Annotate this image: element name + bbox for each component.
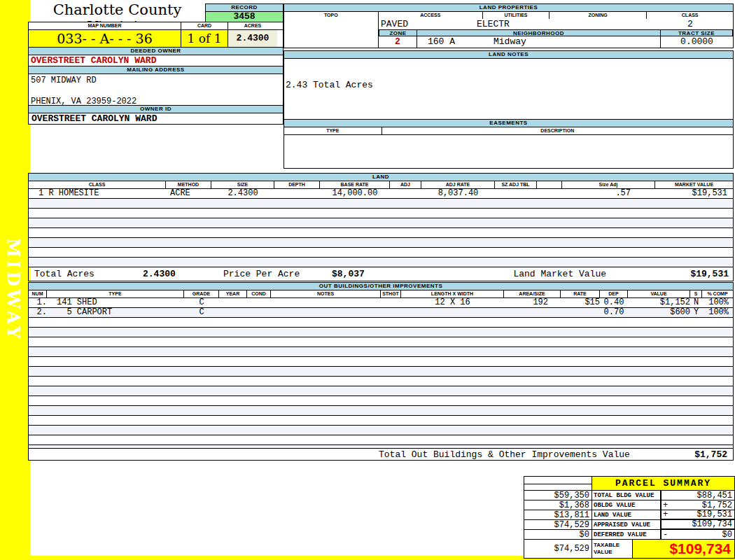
ps-right-value: $88,451: [673, 491, 734, 500]
ob-empty-rows: [29, 318, 733, 455]
ob-notes-cell: [271, 298, 381, 307]
map-number-value: 033- - A- - - 36: [29, 30, 181, 47]
ob-dep-cell: 0.70: [600, 308, 628, 317]
land-market-value-total: $19,531: [606, 267, 733, 281]
acres-label: ACRES: [228, 22, 277, 29]
ob-grade-cell: C: [184, 308, 219, 317]
land-base-rate-cell: 14,000.00: [320, 189, 390, 198]
land-properties-values: PAVED ELECTR 2 ZONE NEIGHBORHOOD TRACT S…: [284, 19, 734, 48]
land-adj-cell: [390, 189, 421, 198]
mailing-address-label: MAILING ADDRESS: [29, 66, 283, 74]
land-adj-rate-cell: 8,037.40: [421, 189, 495, 198]
ob-h-rate: RATE: [561, 290, 600, 298]
zone-values: 2 160 A Midway 0.0000: [379, 36, 733, 48]
ob-h-notes: NOTES: [271, 290, 381, 298]
land-blank-cell: [537, 189, 562, 198]
deeded-owner-value: OVERSTREET CAROLYN WARD: [29, 55, 283, 66]
out-building-row: 2. 5 CARPORT C 0.70 $600 Y 100%: [29, 308, 733, 318]
ps-row: $0 DEFERRED VALUE - $0: [524, 530, 734, 540]
taxable-value: $109,734: [633, 540, 734, 558]
ob-pct-comp-cell: 100%: [702, 298, 732, 307]
ps-row: $13,811 LAND VALUE + $19,531: [524, 510, 734, 520]
land-h-adj-rate: ADJ RATE: [421, 181, 495, 188]
easements-title: EASEMENTS: [284, 119, 734, 127]
land-h-market-value: MARKET VALUE: [655, 181, 733, 188]
land-method-cell: ACRE: [166, 189, 211, 198]
address-line2: PHENIX, VA 23959-2022: [31, 85, 283, 106]
ps-right-value: $1,752: [673, 500, 734, 510]
ps-left-value: $0: [524, 530, 592, 540]
neighborhood-code: 160 A: [417, 36, 455, 48]
map-card-acres-headers: MAP NUMBER CARD ACRES: [29, 22, 283, 30]
ps-row: $1,368 OBLDG VALUE + $1,752: [524, 500, 734, 510]
ob-total-value: $1,752: [630, 449, 733, 460]
record-label: RECORD: [206, 4, 283, 11]
ob-value-cell: $600: [628, 308, 690, 317]
ps-right-value: $0: [673, 530, 734, 540]
card-value: 1 of 1: [181, 30, 228, 47]
ob-cond-cell: [247, 308, 271, 317]
land-row: 1 R HOMESITE ACRE 2.4300 14,000.00 8,037…: [29, 189, 733, 199]
ob-h-area-size: AREA/SIZE: [504, 290, 561, 298]
easement-type-label: TYPE: [284, 127, 382, 134]
out-building-row: 1. 141 SHED C 12 X 16 192 $15 0.40 $1,15…: [29, 298, 733, 308]
ob-value-cell: $1,152: [628, 298, 690, 307]
price-per-acre-label: Price Per Acre: [223, 267, 332, 281]
ob-notes-cell: [271, 308, 381, 317]
ps-label: DEFERRED VALUE: [592, 530, 661, 540]
neighborhood-value: 160 A Midway: [417, 36, 661, 48]
land-h-adj: ADJ: [390, 181, 421, 188]
zone-label: ZONE: [379, 29, 417, 36]
card-label: CARD: [181, 22, 228, 29]
ps-row: $59,350 TOTAL BLDG VALUE $88,451: [524, 491, 734, 500]
ob-h-type: TYPE: [47, 290, 184, 298]
ps-sign: +: [662, 510, 673, 519]
map-card-acres-values: 033- - A- - - 36 1 of 1 2.4300: [29, 30, 283, 48]
easements-area: [284, 134, 734, 169]
zoning-label: ZONING: [550, 12, 648, 19]
mailing-address: 507 MIDWAY RD PHENIX, VA 23959-2022: [29, 74, 283, 106]
price-per-acre-value: $8,037: [332, 267, 409, 281]
land-notes-text: 2.43 Total Acres: [286, 80, 373, 90]
ob-num-cell: 2.: [29, 308, 47, 317]
land-size-cell: 2.4300: [211, 189, 274, 198]
record-box: RECORD 3458: [205, 4, 284, 22]
ps-label: TOTAL BLDG VALUE: [592, 491, 661, 500]
ob-h-dep: DEP: [600, 290, 628, 298]
class-label: CLASS: [647, 12, 733, 19]
ob-s-cell: N: [690, 298, 702, 307]
record-value: 3458: [206, 11, 283, 22]
class-value: 2: [659, 19, 722, 29]
tract-size-label: TRACT SIZE: [661, 29, 733, 36]
owner-block: MAP NUMBER CARD ACRES 033- - A- - - 36 1…: [28, 22, 284, 125]
neighborhood-label: NEIGHBORHOOD: [417, 29, 661, 36]
topo-value: [284, 19, 379, 48]
ps-sign: +: [662, 500, 673, 510]
land-depth-cell: [274, 189, 320, 198]
ob-total-label: Total Out Buildings & Other Improvements…: [379, 449, 630, 460]
ob-dep-cell: 0.40: [600, 298, 628, 307]
ob-cond-cell: [247, 298, 271, 307]
ob-type-cell: 5 CARPORT: [47, 308, 184, 317]
acres-value: 2.4300: [228, 30, 277, 47]
access-label: ACCESS: [379, 12, 484, 19]
ob-year-cell: [219, 308, 247, 317]
land-h-depth: DEPTH: [274, 181, 320, 188]
land-h-method: METHOD: [166, 181, 211, 188]
ob-year-cell: [219, 298, 247, 307]
land-market-value-cell: $19,531: [655, 189, 732, 198]
land-h-blank: [537, 181, 562, 188]
ob-h-grade: GRADE: [184, 290, 219, 298]
out-buildings-rows: 1. 141 SHED C 12 X 16 192 $15 0.40 $1,15…: [28, 298, 734, 456]
easements-headers: TYPE DESCRIPTION: [284, 127, 734, 134]
neighborhood-name: Midway: [455, 36, 526, 48]
ob-rate-cell: $15: [561, 298, 600, 307]
land-market-value-label: Land Market Value: [513, 267, 606, 281]
land-properties-title: LAND PROPERTIES: [284, 4, 734, 12]
out-buildings-title: OUT BUILDINGS/OTHER IMPROVEMENTS: [28, 282, 734, 290]
ps-label: APPRAISED VALUE: [592, 520, 661, 530]
ps-left-value: $1,368: [524, 500, 592, 510]
parcel-summary: PARCEL SUMMARY $59,350 TOTAL BLDG VALUE …: [524, 476, 735, 559]
land-properties-headers: TOPO ACCESS UTILITIES ZONING CLASS: [284, 12, 734, 19]
land-class-cell: 1 R HOMESITE: [29, 189, 166, 198]
